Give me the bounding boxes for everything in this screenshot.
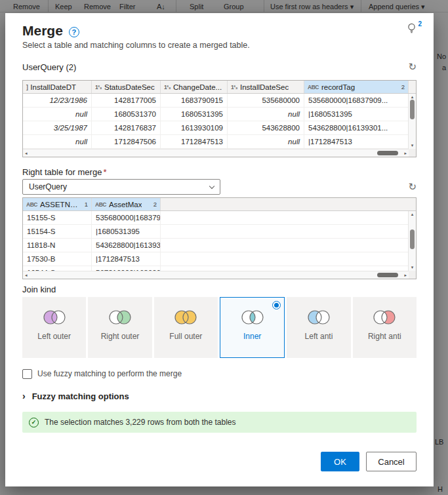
table-row: 19544-S 567216000|16860612...	[23, 266, 416, 271]
column-header-assetmax-selected[interactable]: ABC AssetMax 2	[92, 198, 161, 210]
table-row: 3/25/1987 1428176837 1613930109 54362880…	[23, 121, 416, 135]
text-type-icon: ABC	[308, 84, 319, 90]
right-table-rows: 15155-S 535680000|16837909... 15154-S |1…	[23, 211, 416, 271]
scroll-left-icon[interactable]: ◂	[25, 271, 28, 279]
join-key-order-badge: 1	[85, 201, 88, 208]
venn-left-anti-icon	[304, 307, 334, 327]
scrollbar-corner	[409, 149, 416, 157]
number-type-icon: 1²₃	[164, 84, 171, 90]
right-table-header: ABC ASSETNUM 1 ABC AssetMax 2	[23, 198, 416, 211]
table-row: 11818-N 543628800|16139301...	[23, 239, 416, 252]
success-check-icon: ✓	[29, 418, 39, 427]
chevron-down-icon	[209, 183, 214, 188]
right-table-label: Right table for merge	[22, 167, 102, 177]
column-header-statusdatesec[interactable]: 1²₃ StatusDateSec	[92, 81, 161, 93]
join-kind-left-anti[interactable]: Left anti	[287, 297, 350, 358]
lightbulb-icon	[407, 23, 417, 34]
join-kind-option-label: Right outer	[99, 332, 141, 341]
left-table-label: UserQuery (2)	[22, 62, 76, 72]
match-status-banner: ✓ The selection matches 3,229 rows from …	[22, 412, 417, 433]
table-row: null 1680531370 1680531395 null |1680531…	[23, 108, 416, 121]
join-key-order-badge: 2	[401, 83, 405, 90]
table-row: 15155-S 535680000|16837909...	[23, 211, 416, 225]
table-row: null 1712847506 1712847513 null |1712847…	[23, 135, 416, 149]
vertical-scrollbar[interactable]: ▴ ▾	[408, 211, 416, 271]
left-table-header: ] InstallDateDT 1²₃ StatusDateSec 1²₃ Ch…	[23, 81, 416, 94]
table-row: 12/23/1986 1428177005 1683790915 5356800…	[23, 94, 416, 108]
right-table-preview: ABC ASSETNUM 1 ABC AssetMax 2 15155-S 53…	[22, 197, 417, 279]
scroll-right-icon[interactable]: ▸	[404, 271, 407, 279]
join-kind-full-outer[interactable]: Full outer	[154, 297, 218, 358]
empty-header-area	[161, 198, 416, 210]
join-kind-option-label: Left anti	[298, 332, 340, 341]
tips-count-badge: 2	[418, 20, 422, 28]
text-type-icon: ABC	[26, 201, 37, 208]
venn-right-anti-icon	[369, 307, 399, 327]
join-kind-label: Join kind	[22, 285, 417, 295]
left-table-preview: ] InstallDateDT 1²₃ StatusDateSec 1²₃ Ch…	[22, 80, 417, 157]
left-table-rows: 12/23/1986 1428177005 1683790915 5356800…	[23, 94, 416, 149]
fuzzy-matching-checkbox[interactable]	[22, 369, 32, 379]
venn-left-outer-icon	[39, 307, 70, 327]
join-kind-option-label: Right anti	[363, 332, 405, 341]
table-row: 17530-B |1712847513	[23, 252, 416, 266]
cancel-button[interactable]: Cancel	[366, 452, 417, 471]
join-kind-right-anti[interactable]: Right anti	[353, 297, 417, 358]
scrollbar-thumb[interactable]	[377, 151, 398, 155]
join-key-order-badge: 2	[153, 201, 157, 208]
radio-selected-icon[interactable]	[272, 301, 281, 309]
date-type-icon: ]	[26, 84, 28, 90]
join-kind-inner-selected[interactable]: Inner	[220, 297, 285, 358]
match-status-text: The selection matches 3,229 rows from bo…	[45, 418, 236, 427]
merge-dialog: Merge ? 2 Select a table and matching co…	[5, 13, 434, 486]
column-header-recordtag-selected[interactable]: ABC recordTag 2	[304, 81, 409, 93]
fuzzy-matching-checkbox-label: Use fuzzy matching to perform the merge	[37, 369, 182, 378]
right-table-select[interactable]: UserQuery	[22, 179, 220, 195]
dialog-title: Merge	[22, 23, 63, 39]
join-kind-option-label: Full outer	[165, 332, 207, 341]
join-kind-left-outer[interactable]: Left outer	[22, 297, 86, 358]
horizontal-scrollbar[interactable]: ◂ ▸	[23, 271, 409, 279]
number-type-icon: 1²₃	[95, 84, 102, 90]
scrollbar-thumb[interactable]	[377, 273, 398, 277]
scroll-down-icon[interactable]: ▾	[409, 142, 416, 149]
tips-button[interactable]: 2	[407, 23, 417, 37]
venn-right-outer-icon	[105, 307, 135, 327]
dialog-subtitle: Select a table and matching columns to c…	[22, 41, 417, 52]
scroll-up-icon[interactable]: ▴	[409, 211, 416, 218]
scroll-right-icon[interactable]: ▸	[404, 149, 407, 157]
column-header-changedate[interactable]: 1²₃ ChangeDate...	[161, 81, 228, 93]
refresh-left-table-icon[interactable]: ↻	[408, 62, 417, 72]
column-header-assetnum-selected[interactable]: ABC ASSETNUM 1	[23, 198, 92, 210]
scrollbar-corner	[409, 271, 416, 279]
join-kind-options: Left outer Right outer Full outer	[22, 297, 417, 358]
vertical-scrollbar[interactable]: ▴ ▾	[408, 94, 416, 149]
required-asterisk: *	[103, 167, 106, 177]
venn-inner-icon	[237, 307, 268, 327]
number-type-icon: 1²₃	[231, 84, 237, 90]
scroll-left-icon[interactable]: ◂	[25, 149, 28, 157]
help-icon[interactable]: ?	[69, 27, 79, 37]
ok-button[interactable]: OK	[321, 452, 359, 471]
scrollbar-thumb[interactable]	[410, 229, 415, 249]
column-header-installdatesec[interactable]: 1²₃ InstallDateSec	[228, 81, 304, 93]
join-kind-option-label: Left outer	[33, 332, 75, 341]
scroll-down-icon[interactable]: ▾	[409, 264, 416, 271]
chevron-right-icon: ›	[22, 391, 26, 401]
venn-full-outer-icon	[171, 307, 201, 327]
scrollbar-thumb[interactable]	[410, 100, 415, 119]
right-table-select-value: UserQuery	[29, 182, 67, 191]
table-row: 15154-S |1680531395	[23, 225, 416, 239]
join-kind-option-label: Inner	[232, 332, 274, 341]
join-kind-right-outer[interactable]: Right outer	[88, 297, 152, 358]
fuzzy-matching-options-expander[interactable]: › Fuzzy matching options	[22, 391, 417, 401]
column-header-installdatedt[interactable]: ] InstallDateDT	[23, 81, 92, 93]
text-type-icon: ABC	[95, 201, 106, 208]
horizontal-scrollbar[interactable]: ◂ ▸	[23, 149, 409, 157]
refresh-right-table-icon[interactable]: ↻	[408, 182, 417, 192]
fuzzy-matching-options-label: Fuzzy matching options	[32, 391, 129, 401]
